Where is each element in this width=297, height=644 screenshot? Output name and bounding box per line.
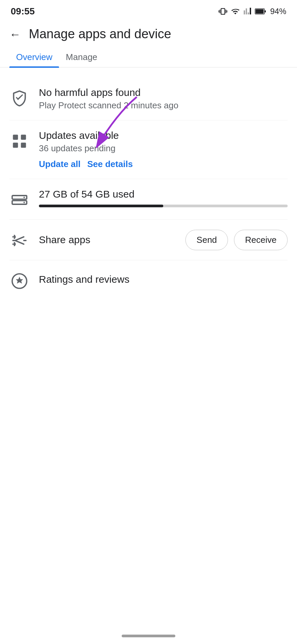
svg-rect-4 (13, 135, 18, 140)
play-protect-row: No harmful apps found Play Protect scann… (9, 77, 288, 120)
svg-rect-7 (21, 143, 26, 148)
receive-button[interactable]: Receive (234, 230, 288, 250)
status-time: 09:55 (11, 6, 35, 17)
updates-icon (9, 131, 29, 151)
tab-manage[interactable]: Manage (59, 47, 104, 67)
share-buttons: Send Receive (185, 230, 288, 250)
battery-percent: 94% (270, 7, 286, 16)
signal-icon (243, 7, 251, 16)
updates-title: Updates available (39, 130, 288, 141)
ratings-label: Ratings and reviews (39, 274, 129, 285)
svg-point-12 (23, 202, 25, 203)
storage-icon (9, 190, 29, 210)
ratings-icon (9, 271, 29, 291)
tab-overview[interactable]: Overview (9, 47, 59, 67)
storage-content: 27 GB of 54 GB used (39, 189, 288, 207)
svg-rect-2 (255, 9, 263, 14)
home-bar (122, 635, 175, 637)
send-button[interactable]: Send (185, 230, 228, 250)
ratings-row: Ratings and reviews (9, 260, 288, 301)
share-apps-row: Share apps Send Receive (9, 220, 288, 260)
play-protect-content: No harmful apps found Play Protect scann… (39, 87, 288, 111)
content-area: No harmful apps found Play Protect scann… (0, 67, 297, 311)
status-icons: 94% (219, 7, 286, 16)
see-details-button[interactable]: See details (87, 159, 133, 169)
tabs-container: Overview Manage (0, 47, 297, 67)
storage-bar-fill (39, 205, 163, 207)
wifi-icon (231, 7, 240, 16)
share-apps-label: Share apps (39, 234, 176, 246)
updates-row: Updates available 36 updates pending Upd… (9, 120, 288, 179)
vibrate-icon (219, 7, 227, 16)
update-all-button[interactable]: Update all (39, 159, 80, 169)
storage-title: 27 GB of 54 GB used (39, 189, 288, 200)
storage-bar (39, 205, 288, 207)
page-title: Manage apps and device (29, 27, 171, 41)
header: ← Manage apps and device (0, 20, 297, 47)
svg-rect-5 (21, 135, 26, 140)
shield-icon (9, 88, 29, 108)
updates-content: Updates available 36 updates pending Upd… (39, 130, 288, 169)
play-protect-title: No harmful apps found (39, 87, 288, 98)
updates-actions: Update all See details (39, 159, 288, 169)
battery-icon (255, 7, 267, 16)
storage-row: 27 GB of 54 GB used (9, 179, 288, 220)
status-bar: 09:55 94% (0, 0, 297, 20)
svg-rect-1 (264, 10, 266, 12)
share-icon (9, 230, 29, 251)
svg-marker-3 (16, 94, 23, 100)
svg-rect-6 (13, 143, 18, 148)
svg-point-11 (23, 197, 25, 198)
play-protect-subtitle: Play Protect scanned 2 minutes ago (39, 100, 288, 111)
updates-subtitle: 36 updates pending (39, 143, 288, 154)
back-button[interactable]: ← (9, 29, 21, 40)
